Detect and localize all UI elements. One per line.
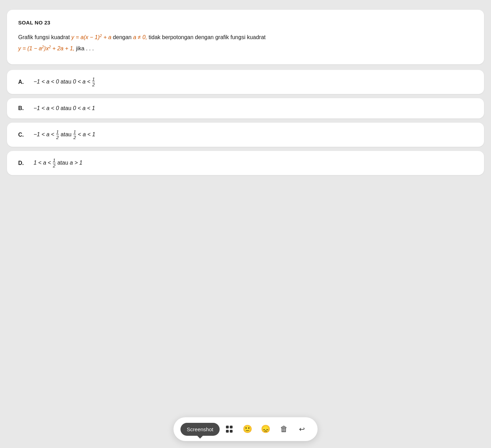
screenshot-label: Screenshot [187, 426, 213, 432]
answer-content-c: −1 < a < 1 2 atau 1 2 < a < 1 [34, 130, 95, 140]
smile-icon: 🙂 [243, 425, 252, 434]
screenshot-button[interactable]: Screenshot [180, 423, 220, 436]
equation2: y = (1 − a2)x2 + 2a + 1, [18, 45, 74, 51]
answer-card-a[interactable]: A. −1 < a < 0 atau 0 < a < 1 2 [7, 70, 484, 94]
suffix: jika . . . [76, 45, 94, 51]
content-area: SOAL NO 23 Grafik fungsi kuadrat y = a(x… [0, 10, 491, 284]
answer-label-c: C. [18, 132, 27, 138]
grid-button[interactable] [221, 421, 238, 438]
smile-button[interactable]: 🙂 [239, 421, 256, 438]
answer-label-b: B. [18, 105, 27, 111]
trash-icon: 🗑 [280, 425, 288, 434]
answer-content-d: 1 < a < 1 2 atau a > 1 [34, 158, 83, 168]
top-bar [0, 0, 491, 3]
intro-text: Grafik fungsi kuadrat [18, 34, 71, 40]
forward-button[interactable]: ↩︎ [294, 421, 311, 438]
forward-icon: ↩︎ [299, 425, 305, 433]
condition: a ≠ 0, [133, 34, 147, 40]
equation2-line: y = (1 − a2)x2 + 2a + 1, jika . . . [18, 44, 473, 53]
trash-button[interactable]: 🗑 [276, 421, 292, 438]
sad-icon: 😞 [261, 425, 270, 434]
bottom-toolbar: Screenshot 🙂 😞 🗑 ↩︎ [173, 417, 318, 441]
sad-button[interactable]: 😞 [257, 421, 274, 438]
empty-area [0, 179, 491, 284]
equation1: y = a(x − 1)2 + a [71, 34, 111, 40]
description: tidak berpotongan dengan grafik fungsi k… [149, 34, 265, 40]
answer-content-a: −1 < a < 0 atau 0 < a < 1 2 [34, 77, 95, 87]
answer-card-b[interactable]: B. −1 < a < 0 atau 0 < a < 1 [7, 98, 484, 118]
question-text: Grafik fungsi kuadrat y = a(x − 1)2 + a … [18, 32, 473, 53]
question-number: SOAL NO 23 [18, 20, 473, 26]
answer-card-d[interactable]: D. 1 < a < 1 2 atau a > 1 [7, 151, 484, 175]
answer-label-d: D. [18, 160, 27, 166]
question-card: SOAL NO 23 Grafik fungsi kuadrat y = a(x… [7, 10, 484, 64]
answer-label-a: A. [18, 79, 27, 85]
answer-content-b: −1 < a < 0 atau 0 < a < 1 [34, 105, 95, 111]
answer-card-c[interactable]: C. −1 < a < 1 2 atau 1 2 < a < 1 [7, 123, 484, 147]
grid-icon [226, 426, 233, 433]
with-text: dengan [113, 34, 133, 40]
